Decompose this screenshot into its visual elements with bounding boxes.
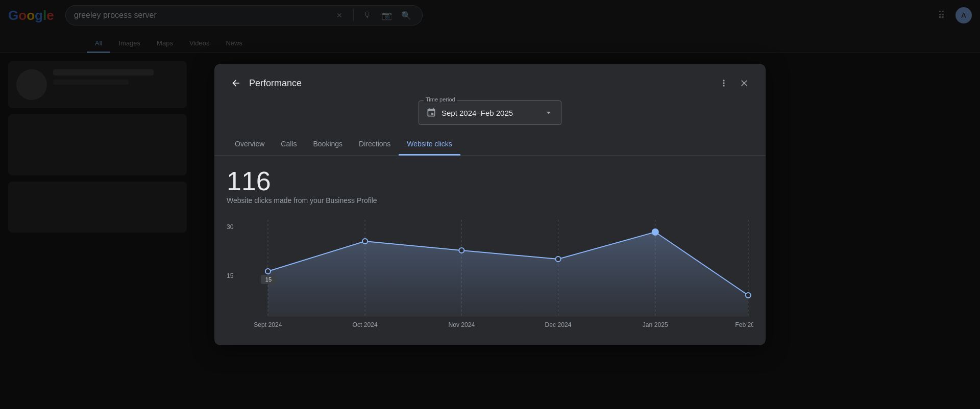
svg-text:Nov 2024: Nov 2024	[448, 321, 475, 328]
dialog-action-buttons	[715, 74, 753, 92]
data-point-oct	[362, 239, 368, 244]
dropdown-arrow-icon	[544, 108, 554, 118]
dialog-title: Performance	[249, 78, 710, 89]
time-period-section: Time period Sept 2024–Feb 2025	[214, 92, 766, 133]
time-period-text: Sept 2024–Feb 2025	[426, 108, 540, 118]
svg-text:30: 30	[227, 223, 234, 231]
time-period-dropdown[interactable]: Sept 2024–Feb 2025	[419, 100, 561, 125]
dialog-header: Performance	[214, 64, 766, 92]
svg-text:Dec 2024: Dec 2024	[545, 321, 572, 328]
svg-text:Sept 2024: Sept 2024	[254, 321, 282, 328]
svg-marker-9	[268, 232, 748, 317]
data-point-feb	[746, 293, 751, 298]
close-button[interactable]	[735, 74, 753, 92]
data-point-nov	[459, 248, 464, 253]
metric-description: Website clicks made from your Business P…	[227, 196, 753, 205]
performance-tabs: Overview Calls Bookings Directions Websi…	[214, 133, 766, 156]
svg-text:Oct 2024: Oct 2024	[353, 321, 378, 328]
svg-text:15: 15	[265, 276, 272, 283]
tab-calls[interactable]: Calls	[273, 133, 305, 156]
more-options-button[interactable]	[715, 74, 733, 92]
chart-area: 116 Website clicks made from your Busine…	[214, 156, 766, 345]
metric-value: 116	[227, 168, 753, 194]
tab-bookings[interactable]: Bookings	[305, 133, 351, 156]
time-period-label: Time period	[424, 96, 457, 103]
back-button[interactable]	[227, 74, 245, 92]
modal-overlay: Performance Time period	[0, 0, 980, 409]
chart-svg: 30 15	[227, 215, 753, 337]
calendar-icon	[426, 108, 436, 118]
tab-directions[interactable]: Directions	[351, 133, 399, 156]
performance-dialog: Performance Time period	[214, 64, 766, 345]
svg-text:15: 15	[227, 272, 234, 279]
time-period-value: Sept 2024–Feb 2025	[442, 109, 513, 117]
data-point-sept	[265, 269, 271, 274]
tab-website-clicks[interactable]: Website clicks	[399, 133, 460, 156]
data-point-jan	[652, 229, 658, 235]
data-point-dec	[555, 257, 560, 262]
svg-text:Feb 2025: Feb 2025	[735, 321, 753, 328]
svg-text:Jan 2025: Jan 2025	[643, 321, 668, 328]
tab-overview[interactable]: Overview	[227, 133, 273, 156]
chart-container: 30 15	[227, 215, 753, 337]
